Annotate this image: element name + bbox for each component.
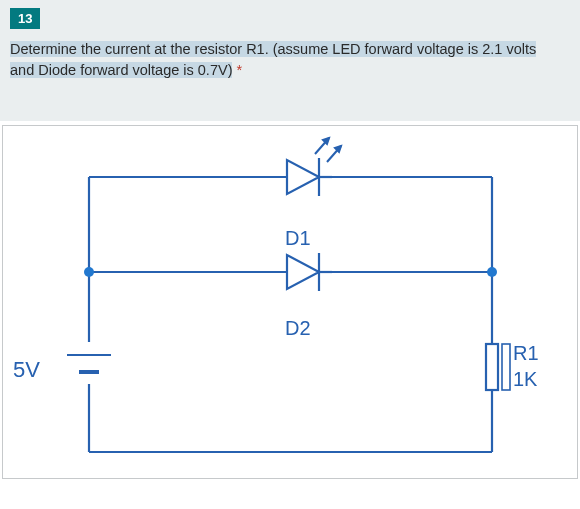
diode-icon [287,253,332,291]
question-header: 13 Determine the current at the resistor… [0,0,580,91]
question-prompt: Determine the current at the resistor R1… [10,39,570,81]
required-asterisk: * [237,62,243,78]
svg-rect-10 [502,344,510,390]
svg-point-14 [487,267,497,277]
led-icon [287,138,341,196]
resistor-label: R1 [513,342,539,365]
circuit-svg [7,132,567,472]
svg-marker-15 [287,160,319,194]
prompt-text-line2: and Diode forward voltage is 0.7V) [10,62,232,78]
circuit-diagram-container: 5V D1 D2 R1 1K [2,125,578,479]
voltage-source-label: 5V [13,357,40,383]
question-number-badge: 13 [10,8,40,29]
circuit-diagram: 5V D1 D2 R1 1K [7,132,567,472]
prompt-text-line1: Determine the current at the resistor R1… [10,41,536,57]
svg-rect-9 [486,344,498,390]
svg-point-13 [84,267,94,277]
svg-marker-22 [287,255,319,289]
spacer-strip [0,91,580,121]
diode2-label: D2 [285,317,311,340]
diode1-label: D1 [285,227,311,250]
resistor-value: 1K [513,368,537,391]
